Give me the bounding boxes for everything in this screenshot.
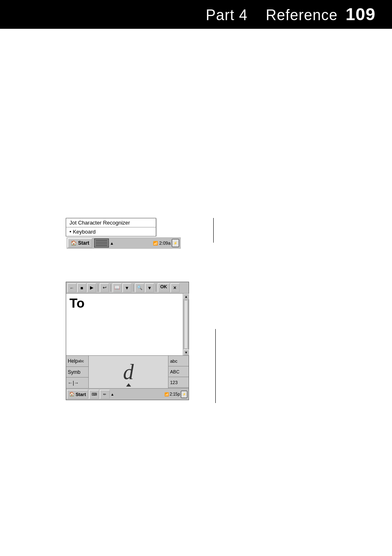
- jot-window: ← ■ ▶ ↩ 📖 ▼ 🔍 ▼ OK × To: [66, 282, 189, 400]
- arrows-label: ←|→: [68, 380, 79, 386]
- tool-zoom-arrow-btn[interactable]: ▼: [145, 283, 154, 292]
- main-content: Jot Character Recognizer • Keyboard 🏠 St…: [0, 29, 392, 417]
- header-bar: Part 4 Reference 109: [0, 0, 392, 29]
- tool-book-arrow-btn[interactable]: ▼: [122, 283, 131, 292]
- jot-network-icon: 📶: [164, 392, 169, 396]
- toolbar-sep-2: [111, 284, 111, 292]
- taskbar-arrow-1: ▲: [110, 241, 114, 246]
- jot-taskbar-pen-icon[interactable]: ✏: [100, 390, 110, 399]
- toolbar-sep-1: [98, 284, 98, 292]
- toolbar-sep-3: [133, 284, 134, 292]
- connector-line-1: [213, 218, 214, 243]
- jot-systray: 📶 2:15p ⚡: [164, 391, 189, 398]
- battery-icon-1: ⚡: [172, 239, 179, 247]
- tool-square-btn[interactable]: ■: [77, 283, 86, 292]
- popup-item-keyboard[interactable]: • Keyboard: [66, 227, 156, 236]
- keyboard-icon-text: ⌨: [92, 392, 97, 396]
- text-area-wrapper: To ▲ ▼: [66, 294, 189, 355]
- tool-back-btn[interactable]: ←: [67, 283, 76, 292]
- jot-taskbar-icons: ⌨ ✏ ▲: [89, 390, 114, 399]
- tool-zoom-btn[interactable]: 🔍: [135, 283, 144, 292]
- jot-start-button[interactable]: 🏠 Start: [67, 390, 88, 399]
- symb-button[interactable]: Symb: [66, 367, 88, 378]
- jot-start-label: Start: [76, 392, 86, 397]
- ok-button[interactable]: OK: [158, 283, 170, 292]
- pen-icon: ✏: [103, 392, 106, 396]
- help-button[interactable]: Help abc: [66, 356, 88, 367]
- screenshot-1: Jot Character Recognizer • Keyboard 🏠 St…: [66, 218, 197, 249]
- battery-icon-2: ⚡: [181, 391, 187, 398]
- close-button[interactable]: ×: [171, 283, 180, 292]
- help-label: Help: [68, 358, 78, 364]
- jot-left-buttons: Help abc Symb ←|→: [66, 356, 89, 388]
- connector-line-2: [215, 329, 216, 403]
- tool-play-btn[interactable]: ▶: [87, 283, 96, 292]
- systray-1: 📶 2:09a ⚡: [151, 239, 181, 247]
- triangle-indicator: [126, 383, 131, 387]
- jot-taskbar-keyboard-icon[interactable]: ⌨: [89, 390, 99, 399]
- jot-taskbar-arrow: ▲: [111, 392, 114, 396]
- part-label: Part 4: [206, 7, 248, 23]
- scroll-up-btn[interactable]: ▲: [183, 294, 189, 299]
- mode-123-label: 123: [170, 380, 178, 385]
- scroll-thumb: [184, 300, 188, 349]
- symb-label: Symb: [68, 369, 81, 375]
- page-number: 109: [346, 5, 376, 24]
- char-preview: d: [123, 360, 134, 384]
- scroll-down-btn[interactable]: ▼: [183, 350, 189, 355]
- popup-menu: Jot Character Recognizer • Keyboard: [66, 218, 156, 236]
- jot-scrollbar[interactable]: ▲ ▼: [183, 294, 189, 355]
- section-label: Reference: [266, 7, 338, 23]
- jot-taskbar: 🏠 Start ⌨ ✏ ▲ 📶 2:15p ⚡: [66, 388, 189, 400]
- jot-mode-tabs: abc ABC 123: [168, 356, 189, 388]
- jot-input-area: Help abc Symb ←|→ d: [66, 355, 189, 388]
- arrows-button[interactable]: ←|→: [66, 378, 88, 388]
- network-icon: 📶: [153, 241, 158, 246]
- taskbar-time-1: 2:09a: [159, 241, 171, 246]
- popup-item-jot-label: Jot Character Recognizer: [69, 220, 130, 226]
- jot-text-area[interactable]: To: [66, 294, 183, 355]
- start-label: Start: [78, 240, 89, 246]
- mode-abc-label: abc: [170, 359, 178, 364]
- popup-item-keyboard-label: • Keyboard: [69, 229, 96, 235]
- jot-writing-area[interactable]: d: [89, 356, 168, 388]
- screenshot-2: ← ■ ▶ ↩ 📖 ▼ 🔍 ▼ OK × To: [66, 282, 197, 400]
- tool-book-btn[interactable]: 📖: [113, 283, 122, 292]
- jot-text-content: To: [69, 296, 85, 311]
- jot-start-icon: 🏠: [69, 392, 75, 397]
- taskbar-1: 🏠 Start ▲ 📶 2:09a ⚡: [66, 236, 181, 249]
- toolbar-sep-4: [156, 284, 156, 292]
- header-title: Part 4 Reference 109: [206, 5, 376, 24]
- help-superscript: abc: [78, 359, 84, 363]
- mode-tab-abc[interactable]: abc: [168, 356, 189, 366]
- mode-tab-123[interactable]: 123: [168, 377, 189, 388]
- start-button-1[interactable]: 🏠 Start: [67, 238, 92, 248]
- start-icon: 🏠: [71, 240, 77, 246]
- tool-undo-btn[interactable]: ↩: [100, 283, 109, 292]
- popup-item-jot[interactable]: Jot Character Recognizer: [66, 218, 156, 227]
- jot-time: 2:15p: [170, 392, 180, 396]
- mode-ABC-label: ABC: [170, 369, 180, 374]
- jot-toolbar: ← ■ ▶ ↩ 📖 ▼ 🔍 ▼ OK ×: [66, 282, 189, 294]
- mode-tab-spacer: [168, 388, 189, 388]
- keyboard-taskbar-icon[interactable]: [94, 239, 109, 248]
- mode-tab-ABC[interactable]: ABC: [168, 366, 189, 377]
